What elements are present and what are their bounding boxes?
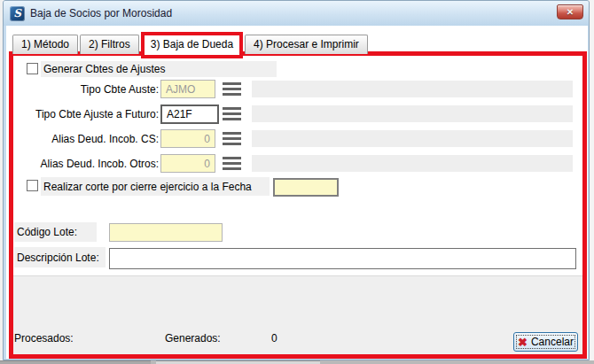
cancel-x-icon: ✖ (518, 337, 528, 348)
close-button[interactable]: ✕ (557, 4, 583, 19)
alias-incob-cs-menu-icon[interactable] (223, 132, 241, 145)
fecha-corte-input[interactable] (273, 178, 339, 197)
descripcion-lote-input[interactable] (109, 248, 576, 269)
codigo-lote-label: Código Lote: (14, 222, 97, 242)
alias-incob-cs-input[interactable] (160, 129, 215, 148)
tab-procesar-imprimir[interactable]: 4) Procesar e Imprimir (245, 35, 368, 54)
alias-incob-otros-menu-icon[interactable] (223, 157, 241, 170)
alias-incob-otros-input[interactable] (160, 154, 215, 173)
tipo-cbte-futuro-readonly-field (252, 105, 573, 122)
cancelar-button-label: Cancelar (531, 336, 574, 348)
tipo-cbte-auste-readonly-field (252, 81, 573, 97)
tipo-cbte-futuro-input[interactable] (160, 105, 219, 124)
taskbar-fragment-button (156, 360, 320, 364)
window-title: Baja de Socios por Morosidad (30, 7, 172, 19)
realizar-corte-checkbox[interactable] (27, 180, 38, 191)
tipo-cbte-auste-menu-icon[interactable] (223, 82, 241, 96)
generar-cbtes-label: Generar Cbtes de Ajustes (41, 61, 277, 77)
status-section (13, 275, 582, 354)
titlebar: S Baja de Socios por Morosidad ✕ (4, 1, 589, 26)
descripcion-lote-label: Descripción Lote: (14, 247, 106, 267)
content-panel: Generar Cbtes de Ajustes Tipo Cbte Auste… (9, 51, 587, 359)
tipo-cbte-futuro-label: Tipo Cbte Ajuste a Futuro: (13, 108, 159, 120)
desktop-edge-fragment (0, 0, 3, 360)
tipo-cbte-auste-label: Tipo Cbte Auste: (13, 83, 159, 96)
generados-value: 0 (271, 332, 277, 345)
alias-incob-cs-label: Alias Deud. Incob. CS: (13, 133, 159, 145)
app-icon: S (10, 6, 25, 21)
dialog-window: S Baja de Socios por Morosidad ✕ 1) Méto… (3, 0, 590, 360)
tab-baja-de-dueda[interactable]: 3) Baja de Dueda (141, 32, 243, 58)
tipo-cbte-futuro-menu-icon[interactable] (223, 107, 241, 120)
dialog-client-area: 1) Método 2) Filtros 3) Baja de Dueda 4)… (6, 26, 588, 359)
realizar-corte-label: Realizar corte por cierre ejercicio a la… (41, 177, 270, 196)
codigo-lote-input[interactable] (109, 223, 223, 242)
taskbar-fragment-left (0, 360, 151, 364)
tab-metodo[interactable]: 1) Método (12, 35, 78, 54)
generados-label: Generados: (165, 332, 221, 345)
tab-filtros[interactable]: 2) Filtros (80, 35, 139, 54)
alias-incob-otros-label: Alias Deud. Incob. Otros: (13, 158, 159, 170)
procesados-label: Procesados: (14, 332, 74, 345)
generar-cbtes-checkbox[interactable] (27, 63, 38, 74)
tab-bar: 1) Método 2) Filtros 3) Baja de Dueda 4)… (12, 32, 370, 58)
alias-incob-cs-readonly-field (252, 130, 573, 147)
tipo-cbte-auste-input[interactable] (160, 80, 215, 98)
cancelar-button[interactable]: ✖ Cancelar (513, 332, 578, 352)
close-icon: ✕ (567, 7, 574, 17)
alias-incob-otros-readonly-field (252, 155, 573, 172)
